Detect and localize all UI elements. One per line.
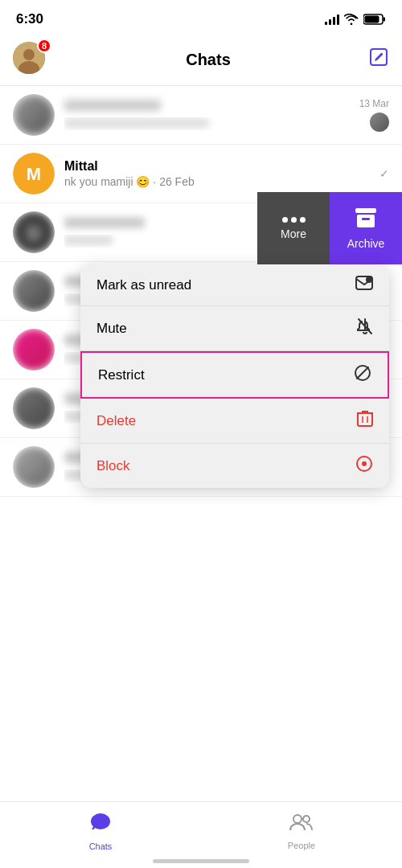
svg-point-15 <box>366 276 372 283</box>
avatar <box>13 446 55 488</box>
block-label: Block <box>96 458 130 474</box>
more-label: More <box>281 227 306 240</box>
chats-nav-label: Chats <box>89 841 113 851</box>
block-item[interactable]: Block <box>80 444 389 488</box>
chat-meta: ✓ <box>379 167 389 180</box>
svg-rect-2 <box>365 16 379 23</box>
home-indicator <box>153 859 249 863</box>
context-menu: Mark as unread Mute Restrict <box>80 264 389 488</box>
avatar <box>13 387 55 429</box>
archive-button[interactable]: Archive <box>330 192 402 264</box>
mark-unread-icon <box>355 276 373 294</box>
list-item[interactable]: 13 Mar <box>0 86 402 145</box>
chat-preview: nk you mamiji 😊 · 26 Feb <box>64 175 370 188</box>
nav-people[interactable]: People <box>201 802 402 852</box>
header-title: Chats <box>186 51 231 69</box>
nav-chats[interactable]: Chats <box>0 802 201 852</box>
status-icons <box>325 14 386 25</box>
chat-name: Mittal <box>64 159 370 174</box>
archive-label: Archive <box>347 237 385 250</box>
chats-icon <box>89 812 112 838</box>
delete-label: Delete <box>96 413 136 429</box>
restrict-label: Restrict <box>98 367 145 383</box>
svg-rect-11 <box>355 208 376 213</box>
more-dots-icon <box>282 217 306 223</box>
status-bar: 6:30 <box>0 0 402 35</box>
svg-rect-13 <box>362 218 370 220</box>
avatar <box>13 94 55 136</box>
signal-icon <box>325 14 339 25</box>
svg-text:D: D <box>28 224 39 242</box>
mute-label: Mute <box>96 321 127 337</box>
svg-point-22 <box>362 461 367 466</box>
avatar: D <box>13 211 55 253</box>
compose-button[interactable] <box>368 47 389 72</box>
svg-rect-17 <box>358 413 372 426</box>
action-buttons-row: More Archive <box>257 192 402 264</box>
avatar: M <box>13 153 55 194</box>
header: 8 Chats <box>0 35 402 86</box>
archive-icon <box>354 207 378 232</box>
avatar <box>13 329 55 371</box>
main-content: 8 Chats 1 <box>0 35 402 801</box>
notification-badge: 8 <box>37 39 51 53</box>
delete-icon <box>357 410 373 432</box>
people-icon <box>289 813 314 837</box>
svg-point-26 <box>303 816 310 822</box>
wifi-icon <box>344 14 359 25</box>
svg-text:M: M <box>27 164 41 184</box>
delete-item[interactable]: Delete <box>80 399 389 444</box>
svg-point-4 <box>23 49 35 60</box>
user-avatar[interactable]: 8 <box>13 42 48 77</box>
chat-meta: 13 Mar <box>359 98 389 132</box>
chat-info: Mittal nk you mamiji 😊 · 26 Feb <box>64 159 370 188</box>
mark-unread-item[interactable]: Mark as unread <box>80 264 389 306</box>
chat-info <box>64 100 350 130</box>
restrict-icon <box>354 364 371 386</box>
avatar <box>13 270 55 312</box>
status-time: 6:30 <box>16 11 43 27</box>
battery-icon <box>363 14 386 25</box>
svg-rect-1 <box>384 18 386 22</box>
block-icon <box>355 455 373 477</box>
svg-point-25 <box>293 815 302 823</box>
mark-unread-label: Mark as unread <box>96 277 191 293</box>
more-button[interactable]: More <box>257 192 330 264</box>
mute-icon <box>357 317 373 339</box>
people-nav-label: People <box>288 841 315 850</box>
restrict-item[interactable]: Restrict <box>80 351 389 399</box>
mute-item[interactable]: Mute <box>80 306 389 351</box>
bottom-nav: Chats People <box>0 801 402 868</box>
read-receipt-icon: ✓ <box>379 167 389 180</box>
svg-rect-12 <box>357 215 375 227</box>
